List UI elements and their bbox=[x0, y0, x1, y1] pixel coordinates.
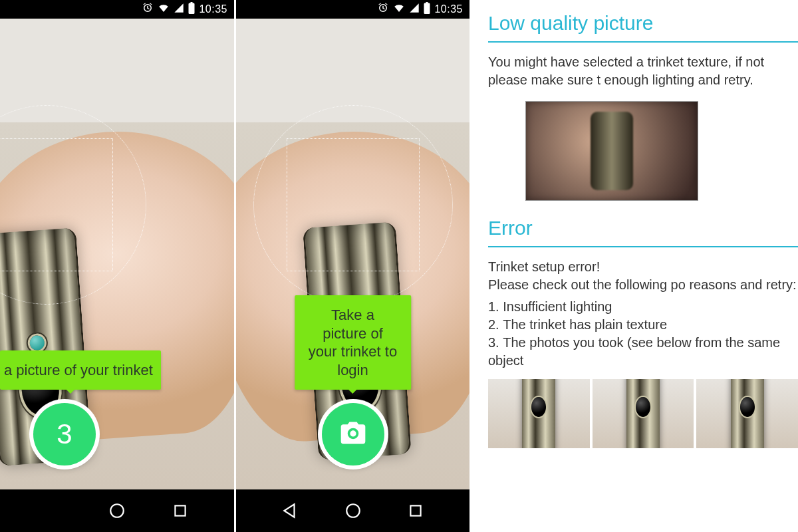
error-thumbnail bbox=[488, 379, 590, 448]
signal-icon bbox=[174, 3, 184, 16]
error-thumbnail bbox=[696, 379, 798, 448]
svg-point-2 bbox=[346, 504, 360, 517]
signal-icon bbox=[409, 3, 420, 16]
error-intro-2: Please check out the following po reason… bbox=[488, 276, 798, 294]
nav-recent-button[interactable] bbox=[172, 502, 189, 519]
status-time: 10:35 bbox=[199, 3, 227, 15]
capture-hint-bubble: a picture of your trinket bbox=[0, 350, 161, 390]
error-thumbnail bbox=[593, 379, 694, 448]
battery-icon bbox=[424, 2, 430, 17]
camera-viewfinder[interactable]: Take a picture of your trinket to login bbox=[236, 19, 469, 489]
error-reason-item: Insufficient lighting bbox=[488, 298, 798, 316]
nav-recent-button[interactable] bbox=[407, 502, 424, 519]
nav-home-button[interactable] bbox=[108, 502, 126, 519]
alarm-icon bbox=[377, 2, 389, 17]
countdown-number: 3 bbox=[57, 418, 72, 450]
error-reason-item: The trinket has plain texture bbox=[488, 316, 798, 334]
android-nav-bar bbox=[0, 489, 234, 532]
nav-home-button[interactable] bbox=[344, 502, 362, 519]
error-intro-1: Trinket setup error! bbox=[488, 258, 798, 276]
camera-viewfinder[interactable]: a picture of your trinket 3 bbox=[0, 19, 234, 489]
wifi-icon bbox=[393, 2, 405, 17]
error-reason-item: The photos you took (see below from the … bbox=[488, 334, 798, 370]
help-panel: Low quality picture You might have selec… bbox=[471, 0, 798, 532]
capture-countdown-button[interactable]: 3 bbox=[33, 403, 96, 466]
low-quality-body: You might have selected a trinket textur… bbox=[488, 53, 798, 89]
divider bbox=[488, 246, 798, 247]
divider bbox=[488, 41, 798, 43]
capture-hint-bubble: Take a picture of your trinket to login bbox=[295, 295, 412, 390]
low-quality-heading: Low quality picture bbox=[488, 12, 798, 35]
turquoise-stone-icon bbox=[29, 335, 45, 350]
phone-screen-capture-countdown: 10:35 a picture of your trinket 3 bbox=[0, 0, 235, 532]
error-heading: Error bbox=[488, 217, 798, 239]
wifi-icon bbox=[158, 2, 170, 17]
svg-rect-1 bbox=[175, 505, 185, 515]
capture-shutter-button[interactable] bbox=[322, 403, 384, 466]
status-bar: 10:35 bbox=[236, 0, 469, 19]
android-nav-bar bbox=[236, 489, 469, 532]
focus-rect-guide bbox=[0, 138, 113, 271]
status-bar: 10:35 bbox=[0, 0, 234, 19]
camera-icon bbox=[338, 418, 368, 450]
error-reason-list: Insufficient lighting The trinket has pl… bbox=[488, 298, 798, 370]
svg-rect-3 bbox=[410, 505, 420, 515]
svg-point-0 bbox=[110, 504, 124, 517]
battery-icon bbox=[188, 2, 195, 17]
status-time: 10:35 bbox=[434, 3, 463, 15]
low-quality-thumbnail bbox=[525, 101, 698, 201]
nav-back-button[interactable] bbox=[281, 502, 299, 519]
focus-rect-guide bbox=[287, 138, 420, 271]
error-thumbnails-row bbox=[488, 379, 798, 448]
phone-screen-capture-camera: 10:35 Take a picture of your trinket to … bbox=[235, 0, 471, 532]
alarm-icon bbox=[142, 2, 154, 17]
